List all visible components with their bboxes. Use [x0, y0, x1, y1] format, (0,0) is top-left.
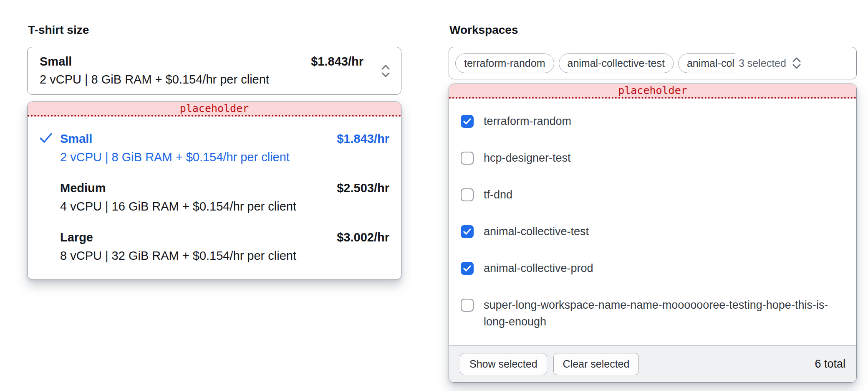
option-description: 2 vCPU | 8 GiB RAM + $0.154/hr per clien… [60, 149, 389, 165]
workspace-option-label: tf-dnd [484, 186, 512, 203]
placeholder-banner: placeholder [28, 102, 401, 117]
pill-animal-collective-prod-truncated: animal-collective-prod [678, 53, 735, 73]
workspace-option-tf-dnd[interactable]: tf-dnd [449, 176, 856, 213]
trigger-title-row: Small $1.843/hr [40, 53, 363, 69]
check-icon [463, 265, 471, 272]
placeholder-banner: placeholder [449, 84, 856, 99]
workspace-option-animal-collective-prod[interactable]: animal-collective-prod [449, 250, 856, 287]
workspaces-dropdown-menu: placeholder terraform-random hcp-designe… [449, 84, 857, 383]
workspace-option-label: super-long-workspace-name-name-moooooore… [484, 297, 845, 330]
selected-size-price: $1.843/hr [311, 53, 363, 69]
check-placeholder [39, 180, 60, 196]
workspaces-field: Workspaces terraform-random animal-colle… [449, 23, 857, 383]
workspace-option-label: terraform-random [484, 113, 571, 129]
pill-animal-collective-test: animal-collective-test [559, 53, 674, 73]
chevron-up-down-icon [380, 63, 391, 79]
checkbox-checked[interactable] [461, 115, 474, 128]
chevron-up-down-icon [791, 56, 802, 71]
checkbox-unchecked[interactable] [461, 299, 474, 312]
workspace-option-label: animal-collective-prod [484, 260, 593, 277]
option-price: $1.843/hr [337, 131, 389, 147]
check-icon [39, 131, 60, 147]
check-placeholder [39, 229, 60, 245]
selected-size-title: Small [40, 53, 72, 69]
tshirt-size-select-trigger[interactable]: Small $1.843/hr 2 vCPU | 8 GiB RAM + $0.… [27, 47, 401, 95]
workspaces-multiselect-trigger[interactable]: terraform-random animal-collective-test … [449, 47, 857, 79]
checkbox-unchecked[interactable] [461, 188, 474, 201]
selected-size-description: 2 vCPU | 8 GiB RAM + $0.154/hr per clien… [40, 71, 363, 87]
option-small[interactable]: Small $1.843/hr 2 vCPU | 8 GiB RAM + $0.… [28, 123, 401, 173]
option-medium[interactable]: Medium $2.503/hr 4 vCPU | 16 GiB RAM + $… [28, 173, 401, 222]
checkbox-unchecked[interactable] [461, 152, 474, 165]
tshirt-size-field: T-shirt size Small $1.843/hr 2 vCPU | 8 … [27, 23, 401, 280]
option-price: $3.002/hr [337, 229, 389, 245]
workspace-option-label: animal-collective-test [484, 223, 589, 240]
workspace-option-label: hcp-designer-test [484, 150, 571, 166]
option-description: 8 vCPU | 32 GiB RAM + $0.154/hr per clie… [60, 248, 389, 264]
option-price: $2.503/hr [337, 180, 389, 196]
page-canvas: T-shirt size Small $1.843/hr 2 vCPU | 8 … [0, 0, 868, 391]
workspace-option-hcp-designer-test[interactable]: hcp-designer-test [449, 140, 856, 176]
workspaces-options-list: terraform-random hcp-designer-test tf-dn… [449, 99, 856, 345]
check-icon [463, 229, 471, 235]
tshirt-size-label: T-shirt size [28, 23, 401, 38]
selected-count-label: 3 selected [739, 57, 786, 69]
checkbox-checked[interactable] [461, 225, 474, 238]
option-title: Medium [60, 180, 337, 196]
option-large[interactable]: Large $3.002/hr 8 vCPU | 32 GiB RAM + $0… [28, 222, 401, 271]
workspaces-menu-footer: Show selected Clear selected 6 total [449, 345, 856, 382]
show-selected-button[interactable]: Show selected [460, 353, 547, 375]
selected-pills-row: terraform-random animal-collective-test … [455, 53, 735, 73]
total-count-label: 6 total [815, 358, 845, 371]
checkbox-checked[interactable] [461, 262, 474, 275]
workspace-option-terraform-random[interactable]: terraform-random [449, 103, 856, 140]
tshirt-size-dropdown-menu: placeholder Small $1.843/hr 2 vCPU | 8 G… [27, 102, 401, 280]
pill-terraform-random: terraform-random [455, 53, 554, 73]
check-icon [463, 118, 471, 124]
clear-selected-button[interactable]: Clear selected [553, 353, 639, 375]
option-description: 4 vCPU | 16 GiB RAM + $0.154/hr per clie… [60, 198, 389, 214]
tshirt-options-list: Small $1.843/hr 2 vCPU | 8 GiB RAM + $0.… [28, 117, 401, 279]
workspaces-label: Workspaces [449, 23, 857, 38]
option-title: Small [60, 131, 337, 147]
workspace-option-animal-collective-test[interactable]: animal-collective-test [449, 213, 856, 250]
option-title: Large [60, 229, 337, 245]
workspace-option-super-long-workspace[interactable]: super-long-workspace-name-name-moooooore… [449, 287, 856, 340]
